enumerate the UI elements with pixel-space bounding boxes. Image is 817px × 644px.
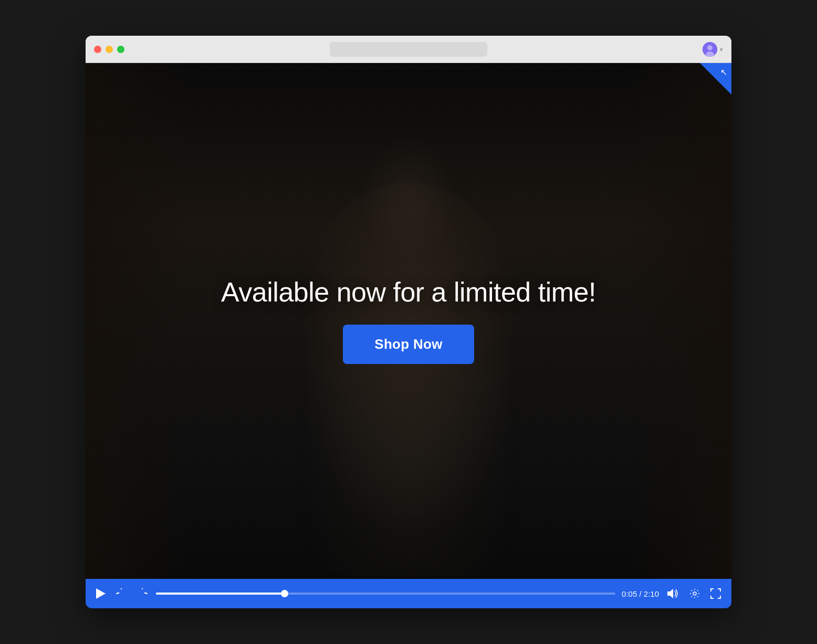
browser-window: ∨ ↖ Available now for a limited time! Sh…	[86, 36, 731, 608]
profile-area: ∨	[703, 42, 723, 57]
video-controls-bar: 0:05 / 2:10	[86, 579, 731, 608]
minimize-button[interactable]	[106, 46, 113, 53]
avatar[interactable]	[703, 42, 717, 57]
play-button[interactable]	[94, 586, 108, 601]
time-separator: /	[639, 589, 641, 598]
svg-marker-3	[96, 588, 106, 599]
rewind-button[interactable]	[114, 586, 129, 601]
left-vignette	[86, 63, 191, 608]
corner-arrow-icon: ↖	[720, 67, 727, 77]
fullscreen-button[interactable]	[708, 586, 723, 601]
current-time: 0:05	[622, 589, 637, 598]
video-overlay-content: Available now for a limited time! Shop N…	[221, 276, 596, 364]
progress-fill	[156, 593, 285, 595]
address-bar[interactable]	[330, 42, 487, 57]
time-display: 0:05 / 2:10	[622, 589, 659, 598]
svg-point-1	[707, 45, 713, 50]
close-button[interactable]	[94, 46, 101, 53]
settings-button[interactable]	[687, 586, 702, 601]
svg-marker-5	[144, 591, 146, 594]
total-time: 2:10	[644, 589, 659, 598]
promo-heading: Available now for a limited time!	[221, 276, 596, 308]
traffic-lights	[94, 46, 124, 53]
progress-bar[interactable]	[156, 593, 615, 595]
video-container: ↖ Available now for a limited time! Shop…	[86, 63, 731, 608]
svg-marker-4	[118, 591, 120, 594]
maximize-button[interactable]	[117, 46, 124, 53]
browser-titlebar: ∨	[86, 36, 731, 63]
progress-thumb[interactable]	[281, 590, 288, 597]
volume-button[interactable]	[665, 587, 681, 600]
forward-button[interactable]	[135, 586, 150, 601]
svg-point-7	[693, 592, 696, 595]
svg-marker-6	[667, 589, 673, 598]
chevron-down-icon[interactable]: ∨	[719, 46, 723, 52]
shop-now-button[interactable]: Shop Now	[343, 325, 474, 364]
right-vignette	[626, 63, 731, 608]
person-silhouette	[277, 183, 540, 577]
